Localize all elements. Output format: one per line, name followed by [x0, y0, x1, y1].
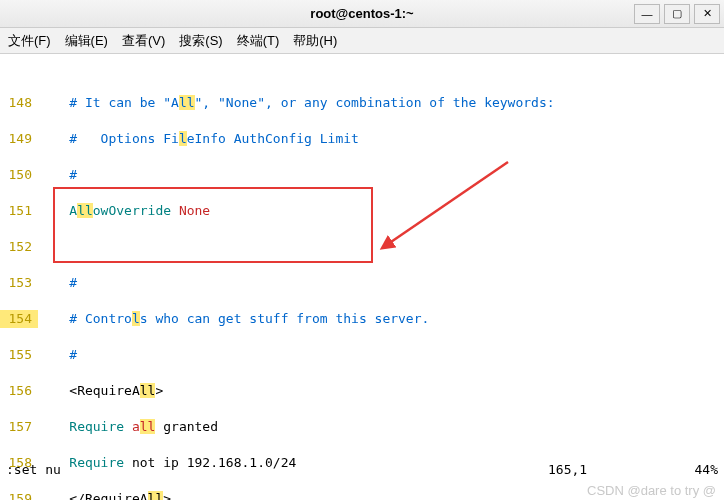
- code-line: # It can be "All", "None", or any combin…: [38, 94, 724, 112]
- menu-file[interactable]: 文件(F): [8, 32, 51, 50]
- code-line: [38, 238, 724, 256]
- code-line: #: [38, 274, 724, 292]
- line-number: 149: [0, 130, 38, 148]
- code-line: # Controls who can get stuff from this s…: [38, 310, 724, 328]
- watermark: CSDN @dare to try @: [587, 483, 716, 498]
- line-number: 153: [0, 274, 38, 292]
- vim-statusbar: :set nu 165,1 44%: [0, 462, 724, 480]
- menu-edit[interactable]: 编辑(E): [65, 32, 108, 50]
- menu-help[interactable]: 帮助(H): [293, 32, 337, 50]
- window-controls: — ▢ ✕: [634, 4, 720, 24]
- code-line: AllowOverride None: [38, 202, 724, 220]
- scroll-percent: 44%: [668, 462, 718, 480]
- line-number: 148: [0, 94, 38, 112]
- menubar: 文件(F) 编辑(E) 查看(V) 搜索(S) 终端(T) 帮助(H): [0, 28, 724, 54]
- vim-command: :set nu: [6, 462, 548, 480]
- line-number: 159: [0, 490, 38, 500]
- code-line: # Options FileInfo AuthConfig Limit: [38, 130, 724, 148]
- menu-search[interactable]: 搜索(S): [179, 32, 222, 50]
- maximize-button[interactable]: ▢: [664, 4, 690, 24]
- line-number: 150: [0, 166, 38, 184]
- line-number: 152: [0, 238, 38, 256]
- menu-view[interactable]: 查看(V): [122, 32, 165, 50]
- line-number: 155: [0, 346, 38, 364]
- line-number: 154: [0, 310, 38, 328]
- code-line: #: [38, 166, 724, 184]
- editor-area[interactable]: 148 # It can be "All", "None", or any co…: [0, 54, 724, 500]
- window-title: root@centos-1:~: [310, 6, 413, 21]
- line-number: 156: [0, 382, 38, 400]
- code-line: <RequireAll>: [38, 382, 724, 400]
- code-line: #: [38, 346, 724, 364]
- menu-terminal[interactable]: 终端(T): [237, 32, 280, 50]
- minimize-button[interactable]: —: [634, 4, 660, 24]
- titlebar: root@centos-1:~ — ▢ ✕: [0, 0, 724, 28]
- close-button[interactable]: ✕: [694, 4, 720, 24]
- line-number: 151: [0, 202, 38, 220]
- line-number: 157: [0, 418, 38, 436]
- cursor-position: 165,1: [548, 462, 668, 480]
- code-line: Require all granted: [38, 418, 724, 436]
